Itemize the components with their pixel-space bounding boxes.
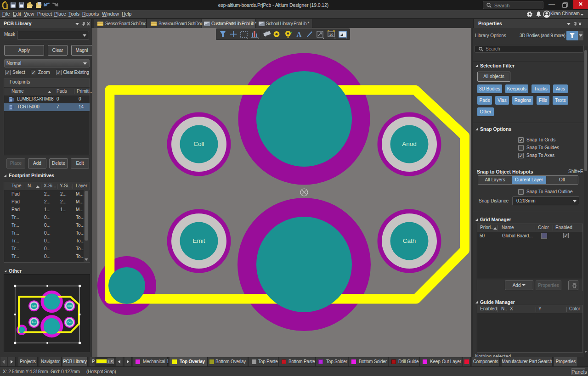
svg-text:Coll: Coll: [193, 140, 204, 147]
svg-text:Cath: Cath: [403, 237, 416, 244]
svg-text:Anod: Anod: [67, 305, 73, 307]
svg-text:Coll: Coll: [32, 305, 36, 307]
svg-text:10: 10: [329, 33, 334, 37]
svg-text:Emit: Emit: [193, 237, 205, 244]
svg-text:A: A: [297, 31, 302, 38]
svg-text:Anod: Anod: [402, 140, 417, 147]
svg-text:Emit: Emit: [32, 321, 36, 324]
svg-text:Cath: Cath: [67, 321, 72, 324]
